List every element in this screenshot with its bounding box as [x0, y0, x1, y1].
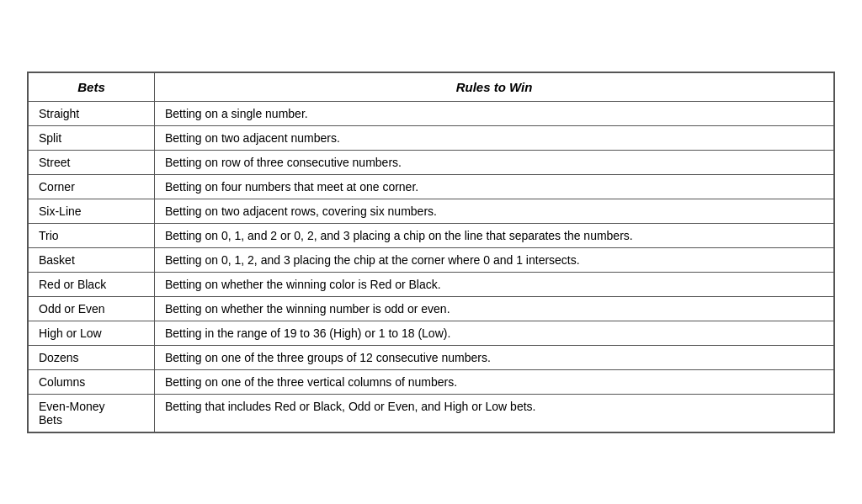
bet-name: Split: [29, 125, 155, 150]
bet-rule: Betting on whether the winning color is …: [155, 272, 834, 296]
table-header-row: Bets Rules to Win: [29, 72, 834, 101]
bet-name: Straight: [29, 101, 155, 125]
table-row: Red or BlackBetting on whether the winni…: [29, 272, 834, 296]
bet-rule: Betting on one of the three groups of 12…: [155, 345, 834, 369]
table-row: StreetBetting on row of three consecutiv…: [29, 150, 834, 174]
bet-name: Street: [29, 150, 155, 174]
bets-table: Bets Rules to Win StraightBetting on a s…: [28, 72, 834, 432]
bet-rule: Betting on two adjacent numbers.: [155, 125, 834, 150]
bet-rule: Betting that includes Red or Black, Odd …: [155, 394, 834, 432]
bet-rule: Betting in the range of 19 to 36 (High) …: [155, 321, 834, 345]
bet-rule: Betting on four numbers that meet at one…: [155, 174, 834, 199]
bet-name: Even-MoneyBets: [29, 394, 155, 432]
header-bets: Bets: [29, 72, 155, 101]
table-row: CornerBetting on four numbers that meet …: [29, 174, 834, 199]
table-row: StraightBetting on a single number.: [29, 101, 834, 125]
bet-name: Columns: [29, 369, 155, 394]
header-rules: Rules to Win: [155, 72, 834, 101]
bet-rule: Betting on row of three consecutive numb…: [155, 150, 834, 174]
bet-name: Basket: [29, 247, 155, 272]
table-row: BasketBetting on 0, 1, 2, and 3 placing …: [29, 247, 834, 272]
table-row: High or LowBetting in the range of 19 to…: [29, 321, 834, 345]
table-row: Six-LineBetting on two adjacent rows, co…: [29, 199, 834, 223]
bet-name: Trio: [29, 223, 155, 247]
table-row: DozensBetting on one of the three groups…: [29, 345, 834, 369]
bets-table-container: Bets Rules to Win StraightBetting on a s…: [27, 72, 835, 433]
table-row: ColumnsBetting on one of the three verti…: [29, 369, 834, 394]
bet-name: High or Low: [29, 321, 155, 345]
table-row: SplitBetting on two adjacent numbers.: [29, 125, 834, 150]
bet-rule: Betting on 0, 1, 2, and 3 placing the ch…: [155, 247, 834, 272]
bet-rule: Betting on whether the winning number is…: [155, 296, 834, 321]
bet-name: Odd or Even: [29, 296, 155, 321]
table-row: Even-MoneyBetsBetting that includes Red …: [29, 394, 834, 432]
table-row: TrioBetting on 0, 1, and 2 or 0, 2, and …: [29, 223, 834, 247]
bet-name: Red or Black: [29, 272, 155, 296]
bet-name: Corner: [29, 174, 155, 199]
bet-rule: Betting on two adjacent rows, covering s…: [155, 199, 834, 223]
bet-rule: Betting on a single number.: [155, 101, 834, 125]
bet-rule: Betting on one of the three vertical col…: [155, 369, 834, 394]
table-row: Odd or EvenBetting on whether the winnin…: [29, 296, 834, 321]
bet-name: Dozens: [29, 345, 155, 369]
bet-name: Six-Line: [29, 199, 155, 223]
bet-rule: Betting on 0, 1, and 2 or 0, 2, and 3 pl…: [155, 223, 834, 247]
